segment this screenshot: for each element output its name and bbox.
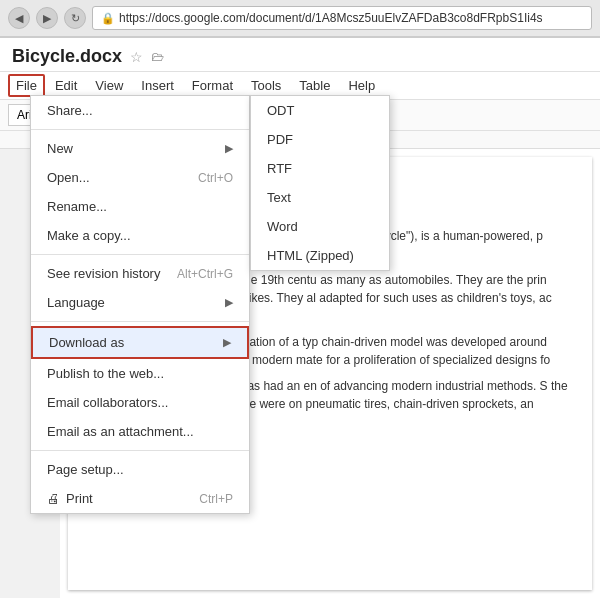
divider-4 — [31, 450, 249, 451]
lock-icon: 🔒 — [101, 12, 115, 25]
file-menu: Share... New ▶ Open... Ctrl+O Rename... … — [30, 95, 250, 514]
arrow-download: ▶ — [223, 336, 231, 349]
shortcut-revision: Alt+Ctrl+G — [177, 267, 233, 281]
arrow-language: ▶ — [225, 296, 233, 309]
browser-chrome: ◀ ▶ ↻ 🔒 https://docs.google.com/document… — [0, 0, 600, 38]
download-text[interactable]: Text — [251, 183, 389, 212]
divider-3 — [31, 321, 249, 322]
download-pdf[interactable]: PDF — [251, 125, 389, 154]
menu-table[interactable]: Table — [291, 74, 338, 97]
menu-edit[interactable]: Edit — [47, 74, 85, 97]
menu-new[interactable]: New ▶ — [31, 134, 249, 163]
document-title: Bicycle.docx — [12, 46, 122, 67]
print-icon: 🖨 — [47, 491, 60, 506]
star-icon[interactable]: ☆ — [130, 49, 143, 65]
menu-help[interactable]: Help — [340, 74, 383, 97]
menu-format[interactable]: Format — [184, 74, 241, 97]
title-bar: Bicycle.docx ☆ 🗁 — [0, 38, 600, 72]
divider-2 — [31, 254, 249, 255]
menu-email-collaborators[interactable]: Email collaborators... — [31, 388, 249, 417]
download-odt[interactable]: ODT — [251, 96, 389, 125]
menu-insert[interactable]: Insert — [133, 74, 182, 97]
menu-print[interactable]: 🖨 Print Ctrl+P — [31, 484, 249, 513]
menu-publish-web[interactable]: Publish to the web... — [31, 359, 249, 388]
menu-download-as[interactable]: Download as ▶ — [31, 326, 249, 359]
menu-page-setup[interactable]: Page setup... — [31, 455, 249, 484]
reload-button[interactable]: ↻ — [64, 7, 86, 29]
folder-icon[interactable]: 🗁 — [151, 49, 164, 64]
menu-rename[interactable]: Rename... — [31, 192, 249, 221]
shortcut-open: Ctrl+O — [198, 171, 233, 185]
browser-nav: ◀ ▶ ↻ 🔒 https://docs.google.com/document… — [0, 0, 600, 37]
menu-revision-history[interactable]: See revision history Alt+Ctrl+G — [31, 259, 249, 288]
menu-tools[interactable]: Tools — [243, 74, 289, 97]
menu-make-copy[interactable]: Make a copy... — [31, 221, 249, 250]
menu-language[interactable]: Language ▶ — [31, 288, 249, 317]
download-rtf[interactable]: RTF — [251, 154, 389, 183]
menu-file[interactable]: File — [8, 74, 45, 97]
download-html[interactable]: HTML (Zipped) — [251, 241, 389, 270]
menu-share[interactable]: Share... — [31, 96, 249, 125]
menu-open[interactable]: Open... Ctrl+O — [31, 163, 249, 192]
menu-email-attachment[interactable]: Email as an attachment... — [31, 417, 249, 446]
divider-1 — [31, 129, 249, 130]
shortcut-print: Ctrl+P — [199, 492, 233, 506]
forward-button[interactable]: ▶ — [36, 7, 58, 29]
menu-view[interactable]: View — [87, 74, 131, 97]
download-submenu: ODT PDF RTF Text Word HTML (Zipped) — [250, 95, 390, 271]
url-text: https://docs.google.com/document/d/1A8Mc… — [119, 11, 543, 25]
arrow-new: ▶ — [225, 142, 233, 155]
back-button[interactable]: ◀ — [8, 7, 30, 29]
download-word[interactable]: Word — [251, 212, 389, 241]
address-bar[interactable]: 🔒 https://docs.google.com/document/d/1A8… — [92, 6, 592, 30]
